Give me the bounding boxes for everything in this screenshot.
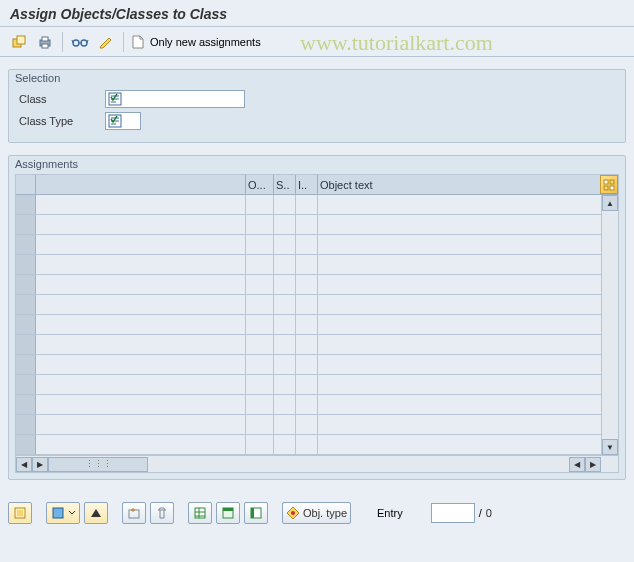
horizontal-scrollbar[interactable]: ◀ ▶ ⋮⋮⋮ ◀ ▶ [16, 455, 618, 472]
spreadsheet-button-2[interactable] [216, 502, 240, 524]
select-all-corner[interactable] [16, 175, 36, 194]
selection-legend: Selection [15, 72, 60, 84]
spreadsheet-button-3[interactable] [244, 502, 268, 524]
class-type-label: Class Type [19, 115, 99, 127]
svg-rect-15 [53, 508, 63, 518]
table-row[interactable] [16, 215, 618, 235]
only-new-label: Only new assignments [150, 36, 261, 48]
svg-rect-16 [129, 510, 139, 518]
search-help-icon [108, 114, 122, 128]
svg-rect-7 [109, 93, 121, 105]
only-new-assignments-toggle[interactable]: Only new assignments [130, 34, 261, 50]
config-grid-icon [603, 179, 615, 191]
spreadsheet-button-1[interactable] [188, 502, 212, 524]
table-row[interactable] [16, 355, 618, 375]
col-txt[interactable]: Object text [318, 175, 600, 194]
col-blank[interactable] [36, 175, 246, 194]
col-i[interactable]: I.. [296, 175, 318, 194]
table-row[interactable] [16, 315, 618, 335]
chevron-down-icon [68, 509, 76, 517]
print-icon[interactable] [34, 31, 56, 53]
svg-rect-21 [251, 508, 254, 518]
eyeglasses-icon[interactable] [69, 31, 91, 53]
svg-rect-1 [17, 36, 25, 44]
svg-rect-3 [42, 37, 48, 41]
edit-icon[interactable] [95, 31, 117, 53]
toolbar-separator [123, 32, 124, 52]
pencil-icon [98, 34, 114, 50]
svg-rect-12 [610, 186, 614, 190]
glasses-icon [71, 35, 89, 49]
entry-total: 0 [486, 507, 516, 519]
selection-menu-button[interactable] [46, 502, 80, 524]
svg-point-6 [81, 40, 87, 46]
toolbar-separator [62, 32, 63, 52]
table-row[interactable] [16, 415, 618, 435]
table-row[interactable] [16, 395, 618, 415]
scroll-up-button[interactable]: ▲ [602, 195, 618, 211]
scroll-down-button[interactable]: ▼ [602, 439, 618, 455]
blank-page-icon [130, 34, 146, 50]
sheet-green-alt-icon [221, 506, 235, 520]
triangle-up-icon [90, 507, 102, 519]
sheet-green-cols-icon [249, 506, 263, 520]
table-row[interactable] [16, 335, 618, 355]
table-row[interactable] [16, 195, 618, 215]
assignments-legend: Assignments [15, 158, 78, 170]
table-row[interactable] [16, 275, 618, 295]
obj-type-label: Obj. type [303, 507, 347, 519]
select-all-icon [13, 506, 27, 520]
scroll-right-button[interactable]: ▶ [32, 457, 48, 472]
scroll-left-end-button[interactable]: ◀ [569, 457, 585, 472]
diamond-icon [286, 506, 300, 520]
page-title: Assign Objects/Classes to Class [0, 0, 634, 27]
svg-rect-14 [17, 510, 23, 516]
table-body: ▲ ▼ [16, 195, 618, 455]
svg-rect-19 [223, 508, 233, 511]
search-help-icon [108, 92, 122, 106]
vertical-scrollbar[interactable]: ▲ ▼ [601, 195, 618, 455]
class-input[interactable] [105, 90, 245, 108]
table-row[interactable] [16, 295, 618, 315]
grid-plus-icon [127, 506, 141, 520]
col-s[interactable]: S.. [274, 175, 296, 194]
class-type-input[interactable] [105, 112, 141, 130]
entry-label: Entry [377, 507, 403, 519]
select-all-button[interactable] [8, 502, 32, 524]
scroll-left-button[interactable]: ◀ [16, 457, 32, 472]
block-select-icon [51, 506, 65, 520]
table-header: O... S.. I.. Object text [16, 175, 618, 195]
delete-button[interactable] [150, 502, 174, 524]
entry-number-input[interactable] [431, 503, 475, 523]
class-label: Class [19, 93, 99, 105]
table-row[interactable] [16, 235, 618, 255]
svg-rect-8 [109, 115, 121, 127]
svg-point-22 [291, 511, 295, 515]
sheet-green-icon [193, 506, 207, 520]
assignments-group: Assignments O... S.. I.. Object text [8, 155, 626, 480]
selection-group: Selection Class Class Type [8, 69, 626, 143]
overlap-squares-icon [11, 34, 27, 50]
printer-icon [37, 34, 53, 50]
table-row[interactable] [16, 255, 618, 275]
table-row[interactable] [16, 435, 618, 455]
slash-label: / [479, 507, 482, 519]
obj-type-button[interactable]: Obj. type [282, 502, 351, 524]
table-row[interactable] [16, 375, 618, 395]
new-assignment-icon[interactable] [8, 31, 30, 53]
collapse-up-button[interactable] [84, 502, 108, 524]
col-obj[interactable]: O... [246, 175, 274, 194]
assignments-table: O... S.. I.. Object text [15, 174, 619, 473]
configure-columns-icon[interactable] [600, 175, 618, 194]
svg-rect-10 [610, 180, 614, 184]
footer-toolbar: Obj. type Entry / 0 [0, 492, 634, 532]
svg-rect-9 [604, 180, 608, 184]
trash-icon [155, 506, 169, 520]
main-toolbar: Only new assignments [0, 27, 634, 57]
scroll-thumb[interactable]: ⋮⋮⋮ [48, 457, 148, 472]
svg-point-5 [73, 40, 79, 46]
scroll-right-end-button[interactable]: ▶ [585, 457, 601, 472]
svg-rect-4 [42, 44, 48, 48]
new-entries-button[interactable] [122, 502, 146, 524]
svg-rect-11 [604, 186, 608, 190]
